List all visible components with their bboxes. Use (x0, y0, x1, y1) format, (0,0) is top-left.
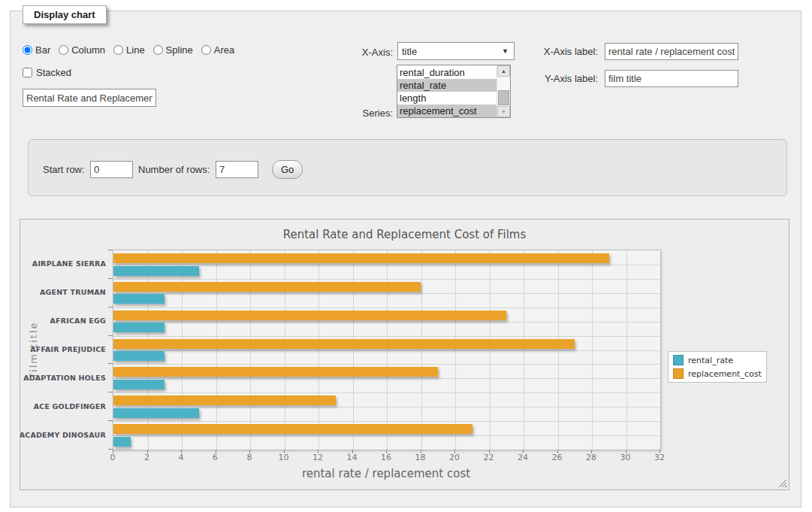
y-gridline (113, 350, 660, 351)
series-option-rental_rate[interactable]: rental_rate (397, 79, 497, 92)
chart-type-option-spline[interactable]: Spline (153, 44, 193, 56)
series-option-length[interactable]: length (397, 92, 497, 105)
series-option-replacement_cost[interactable]: replacement_cost (397, 105, 497, 117)
x-tick-label: 8 (247, 453, 252, 462)
legend-item-replacement_cost: replacement_cost (673, 368, 762, 379)
x-tick-label: 32 (654, 453, 665, 462)
category-label: AGENT TRUMAN (20, 278, 110, 307)
x-tick-label: 18 (415, 453, 426, 462)
y-gridline (113, 322, 660, 323)
y-gridline (113, 293, 660, 294)
num-rows-input[interactable] (216, 161, 258, 178)
chart-type-radio-spline[interactable] (153, 45, 163, 55)
bar-rental-rate[interactable] (113, 437, 131, 447)
series-select-label: Series: (326, 108, 393, 119)
category-label: AFFAIR PREJUDICE (20, 335, 110, 364)
x-axis-label-input[interactable] (605, 43, 738, 60)
series-option-rental_duration[interactable]: rental_duration (397, 66, 497, 79)
select-dropdown-icon: ▼ (502, 47, 509, 55)
legend-swatch (673, 368, 684, 379)
chart-type-radios: BarColumnLineSplineArea (23, 44, 234, 56)
chart-type-radio-column[interactable] (59, 45, 68, 55)
x-tick-label: 2 (144, 453, 149, 462)
resize-handle-icon[interactable] (778, 479, 786, 487)
chart-title-input[interactable] (23, 89, 156, 107)
chart-type-label: Line (126, 44, 145, 56)
chart-x-axis-title: rental rate / replacement cost (113, 467, 660, 480)
stacked-checkbox[interactable] (23, 68, 32, 77)
x-tick-label: 30 (620, 453, 631, 462)
x-tick-label: 6 (213, 453, 218, 462)
y-gridline (113, 364, 660, 365)
bar-replacement-cost[interactable] (113, 282, 421, 292)
y-gridline (113, 392, 660, 393)
plot-area (113, 250, 661, 450)
listbox-scrollbar[interactable]: ▲ ▼ (497, 65, 510, 117)
start-row-input[interactable] (90, 161, 133, 178)
chart-title: Rental Rate and Replacement Cost of Film… (20, 228, 789, 241)
page: { "fieldset_legend": "Display chart", "i… (0, 0, 812, 512)
x-axis-select[interactable]: title ▼ (397, 42, 515, 60)
bar-rental-rate[interactable] (113, 323, 165, 332)
x-axis-label-label: X-Axis label: (531, 46, 598, 57)
x-tick-label: 12 (312, 453, 323, 462)
scroll-down-icon[interactable]: ▼ (497, 106, 510, 117)
chart-type-radio-line[interactable] (113, 45, 123, 55)
category-label: ADAPTATION HOLES (20, 363, 110, 392)
x-tick-label: 14 (347, 453, 358, 462)
chart-type-radio-bar[interactable] (23, 45, 32, 55)
bar-replacement-cost[interactable] (113, 367, 438, 377)
y-axis-label-label: Y-Axis label: (531, 73, 598, 84)
stacked-checkbox-row[interactable]: Stacked (23, 67, 71, 78)
y-axis-label-input[interactable] (605, 70, 738, 87)
x-tick-label: 0 (110, 453, 116, 462)
bar-replacement-cost[interactable] (113, 424, 472, 434)
bar-rental-rate[interactable] (113, 266, 199, 276)
chart-type-option-column[interactable]: Column (59, 44, 105, 56)
x-tick-label: 4 (179, 453, 184, 462)
bar-rental-rate[interactable] (113, 351, 165, 361)
bar-rental-rate[interactable] (113, 408, 199, 418)
chart-type-label: Spline (166, 44, 193, 56)
go-button[interactable]: Go (272, 160, 303, 179)
legend-label: rental_rate (688, 356, 733, 365)
bar-replacement-cost[interactable] (113, 395, 336, 405)
x-tick-label: 22 (484, 453, 494, 462)
num-rows-label: Number of rows: (138, 164, 210, 175)
category-label: ACE GOLDFINGER (20, 392, 110, 420)
x-tick-label: 10 (279, 453, 289, 462)
y-gridline (113, 279, 660, 280)
legend-label: replacement_cost (688, 369, 762, 379)
chart-type-label: Bar (35, 44, 50, 56)
category-label: AFRICAN EGG (20, 307, 110, 335)
x-tick-label: 24 (518, 453, 528, 462)
bar-replacement-cost[interactable] (113, 253, 609, 263)
y-gridline (113, 421, 660, 422)
chart-legend: rental_ratereplacement_cost (668, 351, 767, 383)
chart-type-option-area[interactable]: Area (201, 44, 234, 56)
x-tick-label: 28 (586, 453, 596, 462)
bar-rental-rate[interactable] (113, 294, 165, 304)
series-listbox-options: rental_durationrental_ratelengthreplacem… (397, 66, 497, 117)
row-range-form: Start row: Number of rows: Go (28, 139, 787, 196)
bar-rental-rate[interactable] (113, 380, 165, 389)
y-tick-mark (108, 449, 113, 450)
start-row-label: Start row: (43, 164, 85, 175)
scroll-up-icon[interactable]: ▲ (497, 65, 510, 77)
y-gridline (113, 308, 660, 308)
stacked-label: Stacked (36, 67, 71, 78)
chart-type-option-line[interactable]: Line (113, 44, 145, 56)
bar-replacement-cost[interactable] (113, 339, 575, 349)
bar-replacement-cost[interactable] (113, 311, 506, 320)
legend-item-rental_rate: rental_rate (673, 355, 762, 365)
y-gridline (113, 336, 660, 337)
chart-type-label: Area (214, 44, 234, 56)
chart-type-radio-area[interactable] (201, 45, 211, 55)
scrollbar-thumb[interactable] (498, 90, 509, 105)
series-listbox[interactable]: rental_durationrental_ratelengthreplacem… (397, 65, 511, 118)
fieldset-legend: Display chart (23, 5, 107, 24)
chart-type-label: Column (71, 44, 105, 56)
category-label: AIRPLANE SIERRA (20, 250, 110, 278)
chart-type-option-bar[interactable]: Bar (23, 44, 50, 56)
y-gridline (113, 378, 660, 379)
